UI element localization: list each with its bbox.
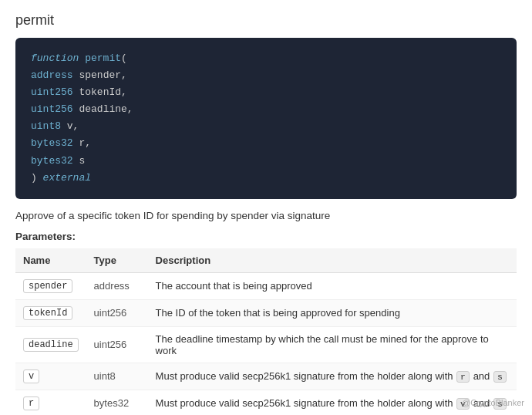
- description: Approve of a specific token ID for spend…: [15, 210, 517, 221]
- param-description: The ID of the token that is being approv…: [148, 299, 517, 326]
- param-description: The account that is being approved: [148, 272, 517, 299]
- param-type: address: [86, 272, 148, 299]
- param-type: uint256: [86, 326, 148, 363]
- watermark: @CryptoBlanker: [462, 398, 524, 407]
- param-name: tokenId: [15, 299, 86, 326]
- param-description: Must produce valid secp256k1 signature f…: [148, 363, 517, 390]
- code-block: function permit( address spender, uint25…: [15, 38, 517, 199]
- table-body: spenderaddressThe account that is being …: [15, 272, 517, 415]
- param-type: uint256: [86, 299, 148, 326]
- param-type: uint8: [86, 363, 148, 390]
- param-description: The deadline timestamp by which the call…: [148, 326, 517, 363]
- col-name: Name: [15, 248, 86, 273]
- page-title: permit: [15, 12, 517, 29]
- param-name: v: [15, 363, 86, 390]
- param-name: r: [15, 390, 86, 415]
- param-name: deadline: [15, 326, 86, 363]
- table-row: spenderaddressThe account that is being …: [15, 272, 517, 299]
- param-name: spender: [15, 272, 86, 299]
- params-label: Parameters:: [15, 231, 517, 242]
- col-desc: Description: [148, 248, 517, 273]
- table-header: Name Type Description: [15, 248, 517, 273]
- param-type: bytes32: [86, 390, 148, 415]
- table-row: tokenIduint256The ID of the token that i…: [15, 299, 517, 326]
- params-table: Name Type Description spenderaddressThe …: [15, 248, 517, 415]
- table-row: rbytes32Must produce valid secp256k1 sig…: [15, 390, 517, 415]
- col-type: Type: [86, 248, 148, 273]
- table-row: vuint8Must produce valid secp256k1 signa…: [15, 363, 517, 390]
- table-row: deadlineuint256The deadline timestamp by…: [15, 326, 517, 363]
